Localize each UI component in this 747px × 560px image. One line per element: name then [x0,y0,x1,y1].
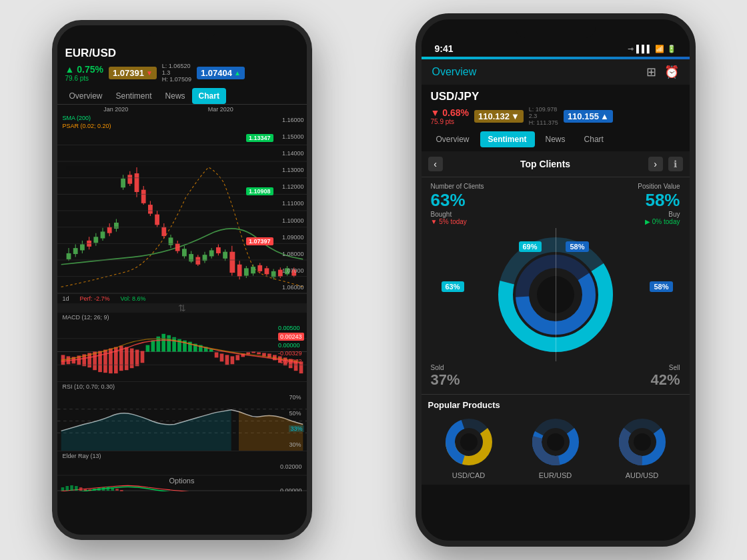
p2-mini-donut-audusd [616,415,669,469]
p2-popular-label-audusd: AUD/USD [626,471,659,479]
p2-sell-stat: Sell 42% [650,364,680,389]
svg-rect-17 [121,179,125,187]
p2-tab-overview[interactable]: Overview [428,131,478,147]
p1-change-pts: 79.6 pts [65,75,103,82]
p2-pair-label: USD/JPY [431,90,680,103]
elder-label: Elder Ray (13) [57,451,307,461]
svg-rect-145 [115,489,119,491]
signal-icon: ▌▌▌ [636,45,652,53]
p2-change-pct: ▼ 0.68% [431,107,469,118]
p2-donut-label-69: 69% [519,241,542,252]
p2-donut-label-58-inner: 58% [566,241,588,252]
svg-rect-142 [101,487,105,491]
svg-rect-115 [251,352,255,353]
tab-sentiment[interactable]: Sentiment [109,88,159,104]
candlestick-chart [57,130,307,309]
p1-pair-label: EUR/USD [65,47,299,60]
rsi-values: 70% 50% 33% 30% [289,391,303,451]
p2-sell-pct: 42% [650,371,680,389]
p2-done-button[interactable]: Overview [432,66,477,78]
svg-rect-85 [93,352,97,371]
macd-current: 0.00243 [278,333,304,341]
svg-rect-39 [195,257,200,265]
p2-status-time: 9:41 [435,43,454,54]
svg-rect-57 [257,265,262,271]
p2-nav-bar: Overview ⊞ ⏰ [422,59,690,85]
p2-position-label: Position Value [638,183,680,190]
tab-news[interactable]: News [159,88,192,104]
p2-mini-donut-eurusd [529,415,582,469]
p2-stats-top-row: Number of Clients 63% Bought ▼ 5% today … [422,177,690,228]
p2-buy-change: ▶ 0% today [638,218,680,225]
macd-chart: 0.00500 0.00243 0.00000 -0.00329 -0.0057… [57,322,307,382]
list-add-icon[interactable]: ⊞ [646,65,656,79]
p2-change-pts: 75.9 pts [431,118,469,125]
p1-ask-box[interactable]: 1.07404 ▲ [197,67,245,79]
alarm-add-icon[interactable]: ⏰ [664,65,679,79]
svg-rect-87 [103,350,107,373]
svg-rect-47 [223,252,227,259]
svg-rect-49 [229,252,235,273]
p2-popular-item-audusd: AUD/USD [602,415,683,479]
p2-tab-news[interactable]: News [538,131,574,147]
options-button[interactable]: Options [169,477,195,485]
p2-buy-label: Buy [638,211,680,218]
svg-rect-43 [209,250,213,256]
p2-bought-label: Bought [431,211,484,218]
phone2-inner: 9:41 ⇾ ▌▌▌ 📶 🔋 Overview ⊞ ⏰ [422,19,690,541]
svg-rect-98 [161,334,165,352]
macd-label: MACD (12; 26; 9) [57,313,307,322]
svg-rect-13 [107,227,111,233]
p2-bottom-stats-row: Sold 37% Sell 42% [422,361,690,394]
svg-rect-108 [214,352,218,357]
svg-rect-3 [73,248,77,254]
macd-values: 0.00500 0.00243 0.00000 -0.00329 -0.0057… [278,322,304,365]
p2-sold-label: Sold [431,364,460,371]
phone1-inner: EUR/USD ▲ 0.75% 79.6 pts 1.07391 ▼ L: 1.… [57,25,307,535]
rsi-label: RSI (10; 0.70; 0.30) [57,382,307,391]
svg-rect-137 [79,487,82,491]
battery-icon: 🔋 [667,45,676,53]
svg-rect-5 [80,244,85,250]
p2-bought-change: ▼ 5% today [431,218,484,225]
p2-tab-chart[interactable]: Chart [576,131,612,147]
svg-rect-29 [161,227,166,236]
p1-spread: 1.3 [162,69,191,76]
p1-chart-area: Jan 2020 Mar 2020 SMA (200) PSAR (0.02; … [57,105,307,491]
p1-bid-box[interactable]: 1.07391 ▼ [109,67,157,79]
svg-rect-35 [182,249,187,256]
p2-pair-header: USD/JPY ▼ 0.68% 75.9 pts 110.132 ▼ L: 10… [422,85,690,131]
p2-info-icon[interactable]: ℹ [668,157,683,171]
p2-next-arrow[interactable]: › [648,157,663,171]
svg-rect-1 [66,253,71,259]
svg-rect-23 [141,190,145,203]
svg-point-194 [460,433,478,451]
psar-label: PSAR (0.02; 0.20) [57,122,307,130]
p1-tabs: Overview Sentiment News Chart [57,88,307,105]
svg-rect-11 [100,231,105,238]
p1-bid-value: 1.07391 [113,68,144,78]
svg-rect-134 [65,486,69,491]
p2-bid-box[interactable]: 110.132 ▼ [474,110,524,123]
svg-rect-37 [189,254,193,261]
p2-bid-value: 110.132 [478,111,510,121]
p2-ask-box[interactable]: 110.155 ▲ [564,110,613,123]
p1-ask-arrow: ▲ [234,69,241,77]
svg-rect-92 [129,349,133,369]
chart-date-labels: Jan 2020 Mar 2020 [57,105,307,114]
tab-overview[interactable]: Overview [63,88,109,104]
p2-tab-sentiment[interactable]: Sentiment [480,131,535,147]
date-label-2: Mar 2020 [208,106,233,113]
tab-chart[interactable]: Chart [192,88,226,104]
svg-rect-25 [148,205,153,213]
svg-rect-141 [97,488,101,491]
p2-buy-pct: 58% [638,190,680,211]
p2-popular-items-list: USD/CAD EUR/USD [428,415,683,479]
svg-rect-93 [135,350,139,367]
svg-rect-109 [219,353,223,361]
p2-clients-stat: Number of Clients 63% Bought ▼ 5% today [431,183,484,225]
p1-high: H: 1.07509 [162,76,191,83]
wifi-icon: 📶 [655,45,664,53]
p2-prev-arrow[interactable]: ‹ [428,157,443,171]
elder-price-axis: 0.02000 0.00000 -0.02000 [280,461,304,491]
